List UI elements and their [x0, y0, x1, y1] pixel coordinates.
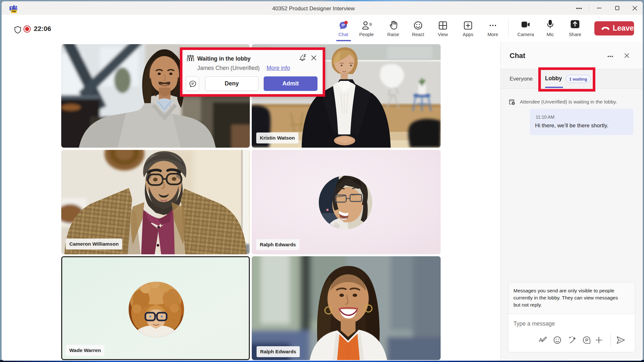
- svg-text:PRE: PRE: [12, 10, 16, 13]
- svg-text:T: T: [11, 6, 13, 10]
- svg-text:9: 9: [369, 22, 372, 27]
